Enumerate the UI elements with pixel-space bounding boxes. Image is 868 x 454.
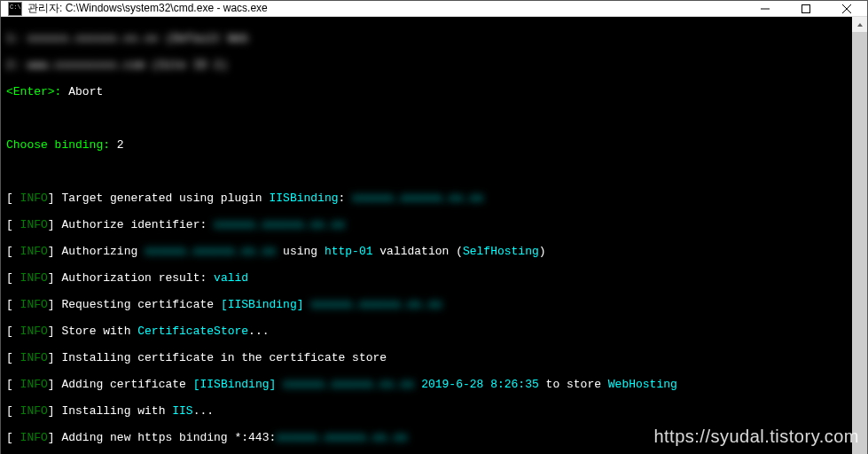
terminal-area: 1: xxxxxx.xxxxxx.xx.xx (Default Web 2: w… [1,17,867,454]
output-line: [ INFO] Adding new https binding *:443:x… [6,431,847,444]
output-line: [ INFO] Installing with IIS... [6,404,847,418]
output-line: 1: xxxxxx.xxxxxx.xx.xx (Default Web [6,32,847,45]
close-button[interactable] [826,1,867,16]
output-line: 2: www.xxxxxxxxx.com (Site ID 2) [6,59,847,72]
cmd-window: 관리자: C:\Windows\system32\cmd.exe - wacs.… [0,0,868,454]
cmd-icon [8,2,22,16]
output-line: Choose binding: 2 [6,138,847,152]
window-controls [745,1,867,16]
scroll-thumb[interactable] [852,32,867,454]
output-line: [ INFO] Authorization result: valid [6,271,847,285]
output-line [6,165,847,178]
svg-rect-1 [802,4,810,12]
svg-marker-4 [857,23,863,27]
output-line: [ INFO] Target generated using plugin II… [6,192,847,205]
output-line: [ INFO] Requesting certificate [IISBindi… [6,298,847,311]
output-line: [ INFO] Store with CertificateStore... [6,325,847,338]
window-title: 관리자: C:\Windows\system32\cmd.exe - wacs.… [27,1,745,16]
titlebar[interactable]: 관리자: C:\Windows\system32\cmd.exe - wacs.… [1,1,867,17]
scroll-up-button[interactable] [852,17,867,32]
output-line: [ INFO] Adding certificate [IISBinding] … [6,378,847,391]
maximize-button[interactable] [786,1,826,16]
minimize-button[interactable] [745,1,786,16]
output-line: [ INFO] Authorize identifier: xxxxxx.xxx… [6,218,847,231]
output-line: [ INFO] Installing certificate in the ce… [6,351,847,364]
vertical-scrollbar[interactable] [852,17,867,454]
output-line: [ INFO] Authorizing xxxxxx.xxxxxx.xx.xx … [6,245,847,258]
output-line: <Enter>: Abort [6,85,847,98]
output-line [6,112,847,125]
terminal-output[interactable]: 1: xxxxxx.xxxxxx.xx.xx (Default Web 2: w… [1,17,852,454]
